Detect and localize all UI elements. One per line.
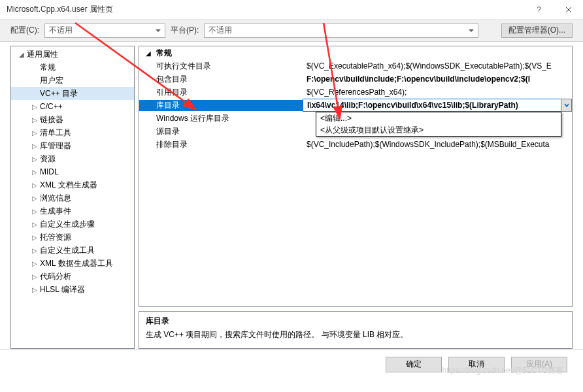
expand-icon: ▷: [31, 155, 39, 163]
expand-icon: ▷: [31, 195, 39, 202]
window-buttons: ?: [524, 0, 583, 19]
tree-item-label: 代码分析: [40, 271, 71, 282]
tree-item-label: 资源: [40, 154, 56, 165]
tree-item[interactable]: ▷托管资源: [11, 231, 134, 244]
category-tree[interactable]: ◢通用属性常规用户宏VC++ 目录▷C/C++▷链接器▷清单工具▷库管理器▷资源…: [10, 46, 135, 349]
window-title: Microsoft.Cpp.x64.user 属性页: [7, 4, 524, 15]
close-icon: [565, 7, 572, 13]
expand-icon: ▷: [31, 142, 39, 150]
tree-item-label: C/C++: [40, 102, 63, 111]
expand-icon: ▷: [31, 129, 39, 137]
tree-item[interactable]: ▷MIDL: [11, 165, 134, 178]
tree-item-label: 清单工具: [40, 127, 71, 139]
tree-item[interactable]: ▷链接器: [11, 113, 134, 126]
help-button[interactable]: ?: [524, 0, 554, 19]
collapse-icon: ◢: [18, 51, 25, 58]
expand-icon: ▷: [31, 247, 39, 254]
button-bar: 确定 取消 应用(A): [0, 349, 583, 379]
tree-item-label: 常规: [40, 62, 56, 73]
property-row[interactable]: 排除目录$(VC_IncludePath);$(WindowsSDK_Inclu…: [139, 138, 572, 151]
apply-button[interactable]: 应用(A): [511, 357, 567, 372]
cancel-button[interactable]: 取消: [448, 357, 505, 372]
toolbar: 配置(C): 不适用 平台(P): 不适用 配置管理器(O)...: [0, 20, 583, 42]
property-name: 包含目录: [139, 74, 303, 85]
property-name: 库目录: [139, 100, 303, 111]
expand-icon: ▷: [31, 169, 39, 176]
value-dropdown-popup: <编辑...> <从父级或项目默认设置继承>: [316, 112, 561, 137]
tree-item[interactable]: ▷XML 文档生成器: [11, 178, 134, 191]
tree-item[interactable]: ▷HLSL 编译器: [11, 283, 134, 296]
property-name: Windows 运行库目录: [139, 113, 303, 124]
close-button[interactable]: [554, 0, 583, 19]
value-dropdown-button[interactable]: [561, 99, 572, 112]
dropdown-inherit-item[interactable]: <从父级或项目默认设置继承>: [316, 124, 561, 136]
property-name: 排除目录: [139, 139, 303, 150]
property-name: 源目录: [139, 126, 303, 137]
tree-item[interactable]: ▷C/C++: [11, 100, 134, 113]
tree-item-label: MIDL: [40, 167, 59, 176]
collapse-icon: ◢: [144, 50, 152, 57]
platform-label: 平台(P):: [171, 25, 199, 36]
property-value[interactable]: F:\opencv\build\include;F:\opencv\build\…: [303, 74, 572, 84]
tree-item-label: 链接器: [40, 114, 63, 125]
tree-item[interactable]: ▷清单工具: [11, 126, 134, 139]
expand-icon: ▷: [31, 182, 39, 189]
tree-item[interactable]: 常规: [11, 61, 134, 74]
ok-button[interactable]: 确定: [386, 357, 442, 372]
expand-icon: ▷: [31, 234, 39, 241]
property-row[interactable]: 引用目录$(VC_ReferencesPath_x64);: [139, 86, 572, 99]
description-text: 生成 VC++ 项目期间，搜索库文件时使用的路径。 与环境变量 LIB 相对应。: [146, 329, 565, 340]
tree-item-label: 用户宏: [40, 75, 63, 86]
expand-icon: ▷: [31, 260, 39, 267]
property-value[interactable]: $(VC_IncludePath);$(WindowsSDK_IncludePa…: [303, 140, 572, 149]
expand-icon: ▷: [31, 103, 39, 110]
expand-icon: ▷: [31, 286, 39, 293]
property-name: 可执行文件目录: [139, 61, 303, 72]
tree-item[interactable]: ▷生成事件: [11, 204, 134, 218]
tree-item[interactable]: 用户宏: [11, 74, 134, 87]
property-name: 引用目录: [139, 87, 303, 98]
config-combo[interactable]: 不适用: [44, 24, 165, 38]
config-label: 配置(C):: [10, 25, 39, 36]
tree-item-label: 浏览信息: [40, 193, 71, 204]
tree-item-label: 托管资源: [40, 232, 71, 243]
tree-item[interactable]: ▷浏览信息: [11, 191, 134, 204]
expand-icon: ▷: [31, 208, 39, 215]
property-value[interactable]: I\x64\vc14\lib;F:\opencv\build\x64\vc15\…: [303, 99, 561, 112]
tree-item-label: XML 文档生成器: [40, 180, 97, 191]
tree-item-label: HLSL 编译器: [40, 284, 85, 295]
expand-icon: ▷: [31, 116, 39, 123]
property-grid[interactable]: ◢ 常规 可执行文件目录$(VC_ExecutablePath_x64);$(W…: [139, 46, 573, 307]
property-row[interactable]: 包含目录F:\opencv\build\include;F:\opencv\bu…: [139, 73, 572, 86]
tree-item[interactable]: ▷自定义生成工具: [11, 244, 134, 257]
tree-root[interactable]: ◢通用属性: [11, 48, 134, 61]
property-value[interactable]: $(VC_ExecutablePath_x64);$(WindowsSDK_Ex…: [303, 61, 572, 71]
tree-item-label: 自定义生成工具: [40, 245, 95, 256]
description-title: 库目录: [146, 316, 565, 327]
tree-item[interactable]: ▷库管理器: [11, 139, 134, 152]
chevron-down-icon: [564, 103, 569, 108]
tree-item[interactable]: ▷代码分析: [11, 270, 134, 283]
property-value[interactable]: $(VC_ReferencesPath_x64);: [303, 88, 572, 97]
tree-item[interactable]: ▷自定义生成步骤: [11, 218, 134, 231]
tree-item[interactable]: VC++ 目录: [11, 87, 134, 100]
tree-item-label: 生成事件: [40, 206, 71, 217]
platform-combo[interactable]: 不适用: [204, 24, 478, 38]
property-row[interactable]: 库目录I\x64\vc14\lib;F:\opencv\build\x64\vc…: [139, 99, 572, 112]
group-header[interactable]: ◢ 常规: [139, 46, 572, 59]
tree-item[interactable]: ▷资源: [11, 152, 134, 165]
tree-item-label: 库管理器: [40, 140, 71, 152]
config-manager-button[interactable]: 配置管理器(O)...: [501, 24, 573, 38]
tree-item-label: XML 数据生成器工具: [40, 258, 113, 269]
titlebar: Microsoft.Cpp.x64.user 属性页 ?: [0, 0, 583, 20]
expand-icon: ▷: [31, 273, 39, 280]
tree-item[interactable]: ▷XML 数据生成器工具: [11, 257, 134, 270]
tree-item-label: 自定义生成步骤: [40, 219, 95, 230]
property-row[interactable]: 可执行文件目录$(VC_ExecutablePath_x64);$(Window…: [139, 59, 572, 73]
description-panel: 库目录 生成 VC++ 项目期间，搜索库文件时使用的路径。 与环境变量 LIB …: [139, 311, 573, 349]
dropdown-edit-item[interactable]: <编辑...>: [316, 112, 561, 124]
expand-icon: ▷: [31, 221, 39, 228]
group-label: 常规: [156, 48, 172, 59]
tree-item-label: VC++ 目录: [40, 88, 78, 99]
